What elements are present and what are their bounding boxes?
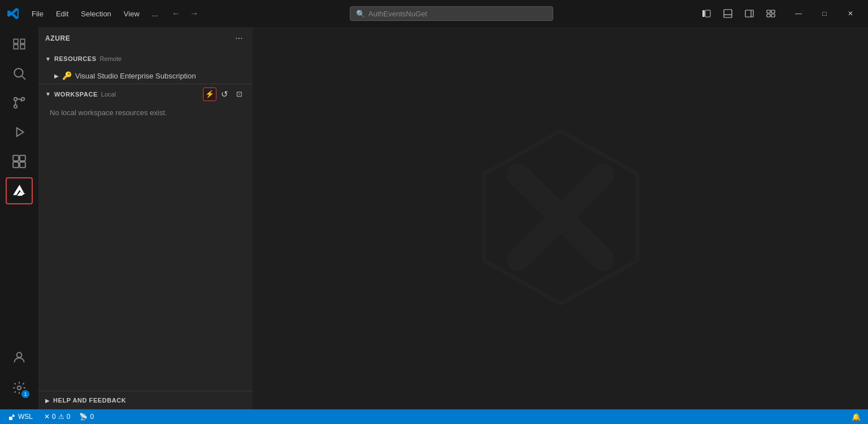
debug-activity-item[interactable] (6, 119, 33, 146)
svg-rect-17 (20, 155, 25, 161)
expand-icon: ⊡ (236, 90, 242, 98)
error-icon: ✕ (44, 413, 50, 421)
refresh-icon: ↺ (221, 89, 228, 99)
wsl-label: WSL (18, 413, 33, 421)
notifications-bell-button[interactable]: 🔔 (849, 409, 863, 424)
svg-rect-18 (13, 162, 19, 168)
customize-layout-button[interactable] (761, 3, 781, 24)
remote-icon (9, 413, 16, 420)
refresh-action-button[interactable]: ↺ (218, 88, 231, 101)
toggle-secondary-sidebar-button[interactable] (739, 3, 760, 24)
svg-marker-15 (17, 128, 24, 136)
svg-point-12 (14, 98, 17, 100)
search-area: 🔍 AuthEventsNuGet (211, 6, 692, 21)
svg-point-14 (21, 98, 24, 100)
errors-count: 0 (52, 413, 56, 421)
vscode-logo (5, 5, 21, 22)
activity-bar: 1 (0, 27, 38, 409)
svg-rect-4 (745, 10, 753, 17)
statusbar: WSL ✕ 0 ⚠ 0 📡 0 🔔 (0, 409, 868, 424)
azure-activity-item[interactable] (6, 177, 33, 204)
info-status-item[interactable]: 📡 0 (77, 409, 96, 424)
broadcast-icon: 📡 (79, 413, 88, 421)
lightning-action-button[interactable]: ⚡ (203, 88, 216, 101)
svg-rect-6 (767, 10, 770, 13)
menu-selection[interactable]: Selection (75, 7, 116, 20)
bell-icon: 🔔 (852, 413, 861, 421)
svg-rect-9 (771, 14, 775, 17)
vscode-watermark (465, 121, 657, 315)
maximize-button[interactable]: □ (811, 3, 837, 24)
explorer-activity-item[interactable] (6, 30, 33, 58)
nav-back-button[interactable]: ← (168, 6, 184, 21)
resources-sublabel: Remote (100, 55, 122, 62)
search-text: AuthEventsNuGet (368, 10, 427, 18)
azure-title: AZURE (45, 34, 70, 42)
menu-more[interactable]: ... (146, 7, 164, 20)
source-control-activity-item[interactable] (6, 89, 33, 116)
help-header-row[interactable]: ▶ HELP AND FEEDBACK (38, 391, 253, 409)
help-chevron[interactable]: ▶ (45, 397, 50, 404)
svg-rect-16 (13, 155, 19, 161)
svg-point-13 (14, 105, 17, 108)
workspace-section: ▼ WORKSPACE Local ⚡ ↺ ⊡ No local workspa… (38, 84, 253, 121)
nav-buttons: ← → (168, 6, 202, 21)
settings-activity-item[interactable]: 1 (6, 374, 33, 401)
workspace-label: WORKSPACE (54, 91, 98, 98)
menu-view[interactable]: View (118, 7, 145, 20)
errors-status-item[interactable]: ✕ 0 ⚠ 0 (42, 409, 72, 424)
svg-rect-7 (771, 10, 775, 13)
azure-section-header: AZURE ··· (38, 27, 253, 50)
resources-label: RESOURCES (54, 55, 97, 62)
main-layout: 1 AZURE ··· ▼ RESOURCES Remote ▶ 🔑 Visua… (0, 27, 868, 409)
workspace-empty-message: No local workspace resources exist. (38, 104, 253, 121)
settings-badge: 1 (21, 390, 29, 398)
close-button[interactable]: ✕ (837, 3, 863, 24)
search-box[interactable]: 🔍 AuthEventsNuGet (350, 6, 553, 21)
wsl-status-item[interactable]: WSL (5, 413, 37, 421)
subscription-tree-item[interactable]: ▶ 🔑 Visual Studio Enterprise Subscriptio… (38, 68, 253, 84)
workspace-chevron[interactable]: ▼ (45, 91, 51, 97)
info-count: 0 (90, 413, 94, 421)
key-icon: 🔑 (62, 71, 72, 80)
resources-section: ▼ RESOURCES Remote ▶ 🔑 Visual Studio Ent… (38, 50, 253, 84)
workspace-sublabel: Local (101, 91, 116, 98)
subscription-chevron[interactable]: ▶ (54, 73, 59, 79)
resources-chevron[interactable]: ▼ (45, 56, 51, 62)
svg-rect-19 (20, 162, 25, 168)
window-layout-actions (696, 3, 781, 24)
search-activity-item[interactable] (6, 60, 33, 87)
sidebar: AZURE ··· ▼ RESOURCES Remote ▶ 🔑 Visual … (38, 27, 253, 409)
help-label: HELP AND FEEDBACK (53, 397, 126, 404)
workspace-header-row: ▼ WORKSPACE Local ⚡ ↺ ⊡ (38, 84, 253, 104)
titlebar: File Edit Selection View ... ← → 🔍 AuthE… (0, 0, 868, 27)
toggle-panel-button[interactable] (718, 3, 738, 24)
statusbar-right: 🔔 (849, 409, 863, 424)
sidebar-more-button[interactable]: ··· (232, 32, 246, 45)
window-controls: — □ ✕ (785, 3, 863, 24)
statusbar-left: WSL ✕ 0 ⚠ 0 📡 0 (5, 409, 96, 424)
main-content-area (253, 27, 868, 409)
account-activity-item[interactable] (6, 344, 33, 371)
svg-point-21 (18, 386, 21, 390)
svg-rect-8 (767, 14, 770, 17)
lightning-icon: ⚡ (205, 90, 214, 98)
minimize-button[interactable]: — (785, 3, 811, 24)
nav-forward-button[interactable]: → (186, 6, 202, 21)
menu-file[interactable]: File (26, 7, 49, 20)
menu-edit[interactable]: Edit (50, 7, 74, 20)
search-icon: 🔍 (356, 10, 365, 18)
svg-line-11 (22, 76, 25, 80)
extensions-activity-item[interactable] (6, 148, 33, 175)
toggle-primary-sidebar-button[interactable] (696, 3, 717, 24)
activity-bar-bottom: 1 (6, 343, 33, 407)
menu-bar: File Edit Selection View ... (26, 7, 164, 20)
expand-action-button[interactable]: ⊡ (232, 88, 246, 101)
warnings-count: 0 (67, 413, 71, 421)
svg-rect-0 (702, 10, 705, 17)
subscription-label: Visual Studio Enterprise Subscription (75, 72, 196, 80)
svg-point-20 (17, 352, 22, 357)
svg-rect-1 (705, 10, 710, 17)
workspace-actions: ⚡ ↺ ⊡ (203, 88, 246, 101)
help-section: ▶ HELP AND FEEDBACK (38, 391, 253, 409)
